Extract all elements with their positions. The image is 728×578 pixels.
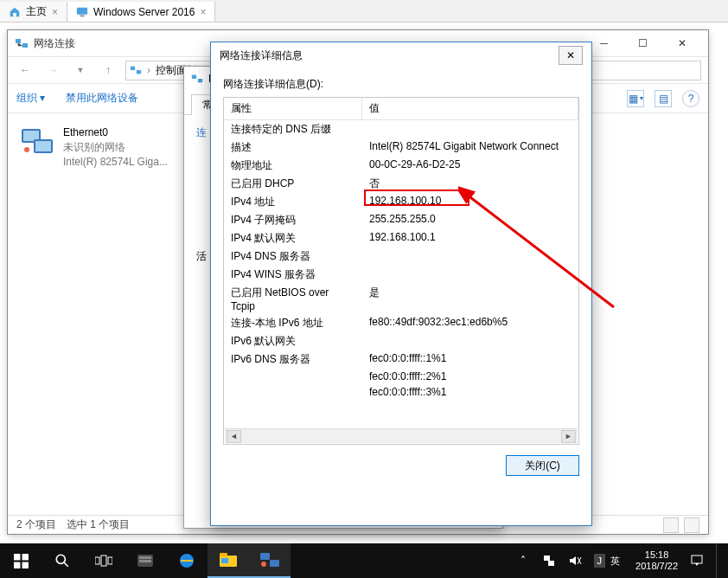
search-button[interactable] bbox=[42, 543, 83, 578]
show-desktop-button[interactable] bbox=[716, 543, 721, 578]
taskbar-server-manager[interactable] bbox=[125, 543, 166, 578]
network-tray-icon[interactable] bbox=[542, 554, 556, 568]
adapter-item[interactable]: Ethernet0 未识别的网络 Intel(R) 82574L Giga... bbox=[20, 125, 184, 169]
start-button[interactable] bbox=[0, 543, 42, 578]
list-row[interactable]: IPv6 DNS 服务器fec0:0:0:ffff::1%1 bbox=[224, 350, 578, 369]
cell-value: 否 bbox=[362, 175, 578, 193]
tab-ws2016[interactable]: Windows Server 2016 × bbox=[67, 2, 215, 22]
details-label: 网络连接详细信息(D): bbox=[223, 77, 579, 92]
dialog-title: 网络连接详细信息 bbox=[220, 48, 559, 63]
close-button[interactable]: ✕ bbox=[662, 31, 701, 55]
back-button[interactable]: ← bbox=[15, 60, 35, 80]
scroll-left-icon[interactable]: ◄ bbox=[227, 430, 241, 443]
ethernet-icon bbox=[20, 125, 54, 157]
svg-rect-18 bbox=[22, 562, 28, 568]
tab-home[interactable]: 主页 × bbox=[0, 2, 67, 22]
svg-point-11 bbox=[24, 147, 29, 152]
cell-value: 192.168.100.10 bbox=[362, 193, 578, 211]
cell-value: 是 bbox=[362, 284, 578, 314]
taskbar-explorer[interactable] bbox=[208, 543, 249, 578]
item-count: 2 个项目 bbox=[16, 517, 56, 532]
cell-property: IPv4 WINS 服务器 bbox=[224, 266, 362, 284]
header-property: 属性 bbox=[224, 98, 362, 119]
svg-rect-38 bbox=[692, 556, 702, 563]
svg-line-20 bbox=[64, 562, 68, 567]
cell-property: IPv4 默认网关 bbox=[224, 229, 362, 247]
help-button[interactable]: ? bbox=[682, 90, 699, 107]
cell-property: IPv4 地址 bbox=[224, 193, 362, 211]
list-row[interactable]: 物理地址00-0C-29-A6-D2-25 bbox=[224, 157, 578, 175]
monitor-icon bbox=[76, 6, 88, 18]
ime-indicator[interactable]: J 英 bbox=[594, 553, 624, 569]
cell-property: IPv6 默认网关 bbox=[224, 332, 362, 350]
list-row[interactable]: IPv4 WINS 服务器 bbox=[224, 266, 578, 284]
taskbar-ie[interactable] bbox=[166, 543, 208, 578]
preview-pane-button[interactable]: ▤ bbox=[655, 90, 672, 107]
cell-property: 已启用 DHCP bbox=[224, 175, 362, 193]
list-row[interactable]: IPv4 地址192.168.100.10 bbox=[224, 193, 578, 211]
dialog-titlebar[interactable]: 网络连接详细信息 ✕ bbox=[211, 42, 591, 68]
cell-property: 描述 bbox=[224, 138, 362, 157]
list-header[interactable]: 属性 值 bbox=[224, 98, 578, 120]
svg-rect-0 bbox=[13, 12, 16, 16]
svg-rect-6 bbox=[137, 70, 141, 74]
system-tray: ˄ J 英 15:18 2018/7/22 bbox=[509, 543, 728, 578]
maximize-button[interactable]: ☐ bbox=[623, 31, 662, 55]
svg-rect-10 bbox=[35, 141, 51, 151]
list-row[interactable]: 已启用 DHCP否 bbox=[224, 175, 578, 193]
cell-property: IPv6 DNS 服务器 bbox=[224, 350, 362, 369]
cell-value: 00-0C-29-A6-D2-25 bbox=[362, 157, 578, 175]
close-icon[interactable]: × bbox=[200, 6, 206, 18]
cell-property: IPv4 DNS 服务器 bbox=[224, 247, 362, 266]
taskbar-clock[interactable]: 15:18 2018/7/22 bbox=[635, 549, 678, 571]
cell-property bbox=[224, 384, 362, 400]
list-row[interactable]: fec0:0:0:ffff::3%1 bbox=[224, 384, 578, 400]
action-center-icon[interactable] bbox=[690, 554, 704, 568]
organize-menu[interactable]: 组织 ▾ bbox=[16, 91, 45, 106]
up-button[interactable]: ↑ bbox=[98, 60, 118, 80]
list-row[interactable]: IPv4 默认网关192.168.100.1 bbox=[224, 229, 578, 247]
close-button[interactable]: 关闭(C) bbox=[506, 455, 579, 476]
close-icon[interactable]: × bbox=[52, 6, 58, 18]
ime-lang: 英 bbox=[607, 553, 623, 569]
svg-rect-12 bbox=[192, 75, 196, 79]
svg-rect-29 bbox=[220, 553, 227, 556]
network-icon bbox=[15, 36, 29, 50]
details-view-icon[interactable] bbox=[663, 517, 679, 533]
cell-value: fec0:0:0:ffff::2%1 bbox=[362, 369, 578, 384]
tray-expand-icon[interactable]: ˄ bbox=[516, 554, 530, 568]
list-row[interactable]: 描述Intel(R) 82574L Gigabit Network Connec… bbox=[224, 138, 578, 157]
volume-tray-icon[interactable] bbox=[568, 554, 582, 568]
cell-value: fe80::49df:9032:3ec1:ed6b%5 bbox=[362, 314, 578, 332]
history-dropdown[interactable]: ▼ bbox=[70, 60, 91, 80]
connection-details-dialog: 网络连接详细信息 ✕ 网络连接详细信息(D): 属性 值 连接特定的 DNS 后… bbox=[210, 42, 592, 526]
scroll-right-icon[interactable]: ► bbox=[561, 430, 576, 443]
home-icon bbox=[9, 6, 21, 18]
adapter-device: Intel(R) 82574L Giga... bbox=[63, 155, 168, 170]
ime-mode-letter: J bbox=[594, 554, 606, 568]
svg-point-33 bbox=[261, 562, 266, 567]
cell-value bbox=[362, 332, 578, 350]
svg-rect-22 bbox=[101, 556, 106, 566]
large-icons-view-icon[interactable] bbox=[684, 517, 699, 533]
horizontal-scrollbar[interactable]: ◄ ► bbox=[225, 428, 578, 443]
task-view-button[interactable] bbox=[83, 543, 125, 578]
list-row[interactable]: fec0:0:0:ffff::2%1 bbox=[224, 369, 578, 384]
list-row[interactable]: IPv6 默认网关 bbox=[224, 332, 578, 350]
svg-rect-16 bbox=[22, 554, 28, 560]
cell-property bbox=[224, 369, 362, 384]
svg-rect-4 bbox=[22, 43, 28, 48]
forward-button[interactable]: → bbox=[42, 60, 63, 80]
taskbar-network[interactable] bbox=[249, 543, 291, 578]
view-options-button[interactable]: ▦▾ bbox=[627, 90, 644, 107]
list-row[interactable]: IPv4 DNS 服务器 bbox=[224, 247, 578, 266]
tab-home-label: 主页 bbox=[26, 4, 47, 19]
close-icon[interactable]: ✕ bbox=[559, 46, 583, 65]
svg-rect-34 bbox=[544, 556, 550, 561]
cell-property: 连接-本地 IPv6 地址 bbox=[224, 314, 362, 332]
list-row[interactable]: 连接特定的 DNS 后缀 bbox=[224, 120, 578, 138]
list-row[interactable]: 连接-本地 IPv6 地址fe80::49df:9032:3ec1:ed6b%5 bbox=[224, 314, 578, 332]
list-row[interactable]: IPv4 子网掩码255.255.255.0 bbox=[224, 211, 578, 229]
list-row[interactable]: 已启用 NetBIOS over Tcpip是 bbox=[224, 284, 578, 314]
disable-device-button[interactable]: 禁用此网络设备 bbox=[66, 91, 138, 106]
